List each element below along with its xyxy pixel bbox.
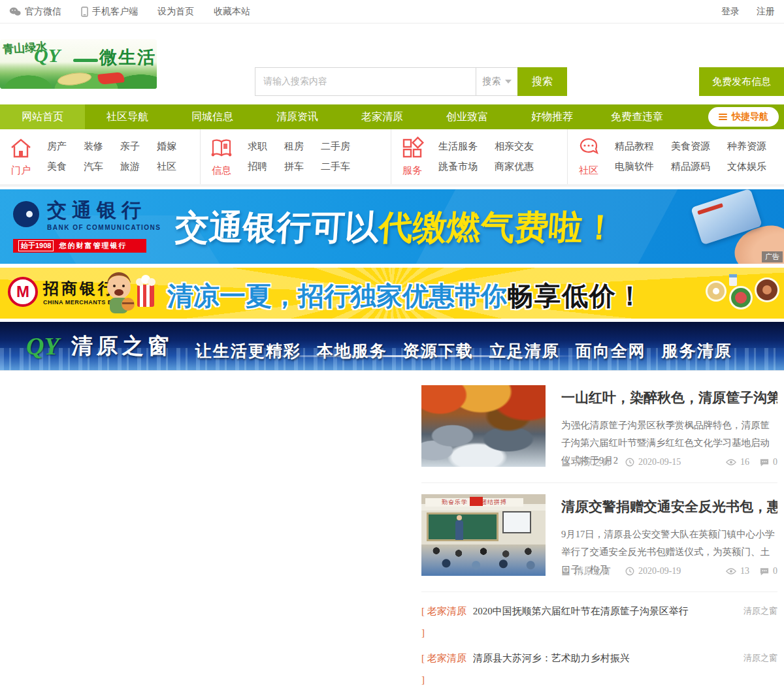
link-pinche[interactable]: 拼车 bbox=[284, 161, 304, 173]
category-service-label: 服务 bbox=[402, 165, 422, 177]
bocom-logo: 交通银行 BANK OF COMMUNICATIONS bbox=[12, 197, 161, 231]
nav-item-local-info[interactable]: 同城信息 bbox=[170, 104, 255, 129]
link-qiuzhi[interactable]: 求职 bbox=[248, 140, 267, 153]
register-link[interactable]: 注册 bbox=[757, 6, 775, 18]
category-portal-label: 门户 bbox=[11, 165, 31, 177]
news-item-1: 一山红叶，染醉秋色，清原筐子沟第六届红叶 为强化清原筐子沟景区秋季赏枫品牌特色，… bbox=[421, 385, 777, 483]
category-service-head[interactable]: 服务 bbox=[400, 136, 424, 177]
nav-item-hometown[interactable]: 老家清原 bbox=[340, 104, 425, 129]
login-link[interactable]: 登录 bbox=[721, 6, 740, 18]
news-1-author[interactable]: 清原之窗 bbox=[574, 456, 611, 468]
list-1-category[interactable]: [ 老家清原 bbox=[421, 605, 466, 618]
link-diannaoruanjian[interactable]: 电脑软件 bbox=[615, 161, 654, 173]
news-column: 一山红叶，染醉秋色，清原筐子沟第六届红叶 为强化清原筐子沟景区秋季赏枫品牌特色，… bbox=[421, 371, 777, 694]
list-2-category[interactable]: [ 老家清原 bbox=[421, 652, 466, 665]
bocom-ad-banner[interactable]: 交通银行 BANK OF COMMUNICATIONS 始于1908 您的财富管… bbox=[0, 189, 784, 264]
mobile-client-link[interactable]: 手机客户端 bbox=[81, 6, 138, 18]
news-2-title[interactable]: 清原交警捐赠交通安全反光书包，惠及 bbox=[561, 498, 777, 515]
nav-item-traffic-check[interactable]: 免费查违章 bbox=[595, 104, 679, 129]
qyw-title: 清原之窗 bbox=[71, 332, 173, 361]
comments-icon bbox=[760, 458, 769, 467]
link-ershouche[interactable]: 二手车 bbox=[321, 161, 350, 173]
content-area: 一山红叶，染醉秋色，清原筐子沟第六届红叶 为强化清原筐子沟景区秋季赏枫品牌特色，… bbox=[0, 371, 784, 694]
nav-item-qingyuan-news[interactable]: 清原资讯 bbox=[255, 104, 340, 129]
views-eye-icon bbox=[726, 567, 736, 575]
main-nav: 网站首页 社区导航 同城信息 清原资讯 老家清原 创业致富 好物推荐 免费查违章… bbox=[0, 104, 784, 129]
list-1-title[interactable]: 2020中国抚顺第六届红叶节在清原筐子沟景区举行 bbox=[473, 605, 736, 618]
header: 青山绿水 QY 微生活 搜索 搜索 免费发布信息 bbox=[0, 24, 784, 104]
category-portal-head[interactable]: 门户 bbox=[9, 136, 33, 177]
search-type-select[interactable]: 搜索 bbox=[476, 67, 517, 96]
list-item: [ 老家清原 清原县大苏河乡：艺术助力乡村振兴 清原之窗 ] bbox=[421, 651, 777, 689]
news-item-2: 勤奋乐学 团结拼搏 清原交警捐赠交通安全反光书包，惠及 9月17日，清原县公安交… bbox=[421, 494, 777, 592]
free-post-button[interactable]: 免费发布信息 bbox=[699, 67, 784, 96]
news-1-title[interactable]: 一山红叶，染醉秋色，清原筐子沟第六届红叶 bbox=[561, 389, 777, 406]
views-eye-icon bbox=[726, 458, 736, 466]
news-2-date: 2020-09-19 bbox=[638, 566, 681, 576]
link-qiche[interactable]: 汽车 bbox=[84, 161, 103, 173]
news-1-thumbnail[interactable] bbox=[421, 385, 546, 467]
chat-icon bbox=[577, 136, 600, 163]
nav-item-business[interactable]: 创业致富 bbox=[425, 104, 510, 129]
list-1-source: 清原之窗 bbox=[743, 605, 777, 617]
book-icon bbox=[210, 136, 233, 163]
list-2-title[interactable]: 清原县大苏河乡：艺术助力乡村振兴 bbox=[473, 652, 736, 665]
qy-window-banner[interactable]: QY 清原之窗 让生活更精彩 本地服务 资源下载 立足清原 面向全网 服务清原 bbox=[0, 322, 784, 371]
wechat-icon bbox=[9, 7, 21, 16]
category-community: 社区 精品教程 电脑软件 美食资源 精品源码 种养资源 文体娱乐 bbox=[567, 129, 784, 184]
set-home-link[interactable]: 设为首页 bbox=[157, 6, 194, 18]
link-jingpinyuanma[interactable]: 精品源码 bbox=[671, 161, 710, 173]
set-home-label: 设为首页 bbox=[157, 6, 194, 18]
screen-art bbox=[502, 511, 531, 533]
page: 官方微信 手机客户端 设为首页 收藏本站 登录 注册 青山绿水 QY 微生活 bbox=[0, 0, 784, 694]
nav-item-goods[interactable]: 好物推荐 bbox=[510, 104, 595, 129]
link-jingpinjiaocheng[interactable]: 精品教程 bbox=[615, 140, 654, 153]
link-shequ[interactable]: 社区 bbox=[157, 161, 176, 173]
category-info-label: 信息 bbox=[212, 165, 231, 177]
link-zhuangxiu[interactable]: 装修 bbox=[84, 140, 103, 153]
search-button[interactable]: 搜索 bbox=[517, 67, 567, 96]
link-hunjia[interactable]: 婚嫁 bbox=[157, 140, 176, 153]
link-meishi[interactable]: 美食 bbox=[47, 161, 67, 173]
search-bar: 搜索 搜索 bbox=[255, 67, 567, 96]
category-community-head[interactable]: 社区 bbox=[577, 136, 600, 177]
link-fangchan[interactable]: 房产 bbox=[47, 140, 67, 153]
news-1-views: 16 bbox=[740, 457, 749, 467]
link-shangjiayouhui[interactable]: 商家优惠 bbox=[495, 161, 534, 173]
link-tiaozaoshichang[interactable]: 跳蚤市场 bbox=[438, 161, 478, 173]
link-qinzi[interactable]: 亲子 bbox=[120, 140, 140, 153]
link-zhaopin[interactable]: 招聘 bbox=[248, 161, 267, 173]
qyw-slogan-2: 本地服务 bbox=[317, 340, 387, 362]
link-lvyou[interactable]: 旅游 bbox=[120, 161, 140, 173]
link-ershoufang[interactable]: 二手房 bbox=[321, 140, 350, 153]
news-2-author[interactable]: 清原之窗 bbox=[574, 565, 611, 577]
category-info: 信息 求职 招聘 租房 拼车 二手房 二手车 bbox=[200, 129, 391, 184]
category-info-head[interactable]: 信息 bbox=[210, 136, 233, 177]
qyw-logo: QY bbox=[26, 332, 59, 360]
cmb-ad-banner[interactable]: M 招商银行 CHINA MERCHANTS BANK 清凉一夏，招行独家优惠带… bbox=[0, 268, 784, 319]
link-wentiyule[interactable]: 文体娱乐 bbox=[727, 161, 766, 173]
official-wechat-link[interactable]: 官方微信 bbox=[9, 6, 61, 18]
category-bar: 门户 房产 美食 装修 汽车 亲子 旅游 婚嫁 社区 bbox=[0, 129, 784, 187]
link-zufang[interactable]: 租房 bbox=[284, 140, 304, 153]
phone-icon bbox=[81, 7, 88, 17]
nav-item-community-nav[interactable]: 社区导航 bbox=[85, 104, 170, 129]
site-logo[interactable]: 青山绿水 QY 微生活 bbox=[0, 39, 157, 89]
news-2-thumbnail[interactable]: 勤奋乐学 团结拼搏 bbox=[421, 494, 546, 576]
cmb-headline-black: 畅享低价！ bbox=[507, 281, 644, 310]
link-meishiziyuan[interactable]: 美食资源 bbox=[671, 140, 710, 153]
cmb-logo-icon: M bbox=[8, 277, 38, 307]
logo-dash-art bbox=[73, 59, 98, 62]
link-xiangqinjiaoyou[interactable]: 相亲交友 bbox=[495, 140, 534, 153]
list-item: [ 老家清原 2020中国抚顺第六届红叶节在清原筐子沟景区举行 清原之窗 ] bbox=[421, 604, 777, 642]
link-shenghuofuwu[interactable]: 生活服务 bbox=[438, 140, 478, 153]
nav-item-home[interactable]: 网站首页 bbox=[0, 104, 85, 129]
search-type-label: 搜索 bbox=[483, 76, 501, 87]
caret-down-icon bbox=[505, 80, 512, 84]
favorite-site-link[interactable]: 收藏本站 bbox=[214, 6, 250, 18]
list-2-bracket-close: ] bbox=[421, 674, 777, 689]
qyw-slogans: 让生活更精彩 本地服务 资源下载 立足清原 面向全网 服务清原 bbox=[195, 331, 732, 362]
search-input[interactable] bbox=[255, 67, 476, 96]
link-zhongyangziyuan[interactable]: 种养资源 bbox=[727, 140, 766, 153]
quick-nav-button[interactable]: 快捷导航 bbox=[708, 107, 779, 127]
